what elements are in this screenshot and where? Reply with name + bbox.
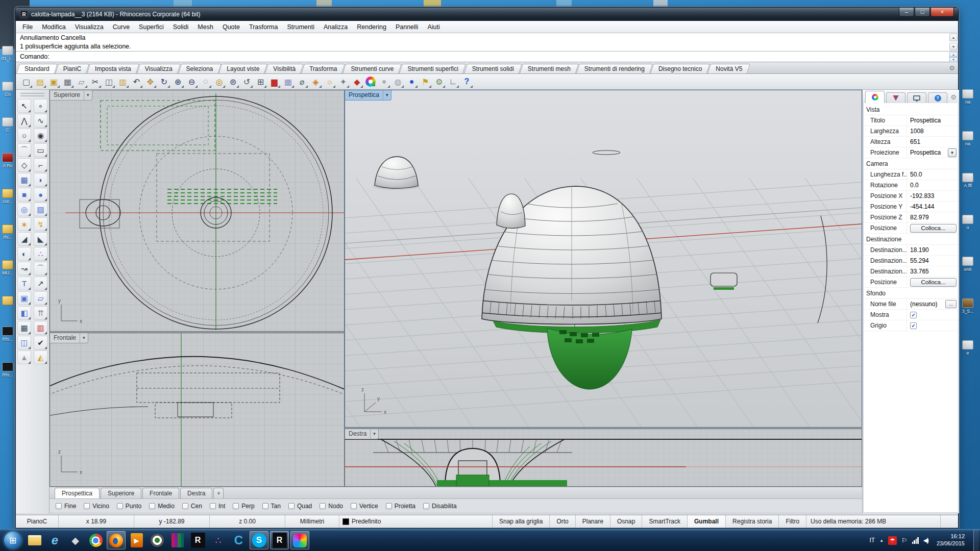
text-tool-icon[interactable]: T (17, 277, 31, 290)
split-tool-icon[interactable]: ◣ (34, 232, 47, 246)
title-bar[interactable]: R calotta-lampada__3 (2164 KB) - Rhinoce… (16, 8, 958, 21)
property-value[interactable]: 0.0 (910, 182, 957, 189)
z-coord-field[interactable]: z 0.00 (210, 515, 285, 528)
menu-rendering[interactable]: Rendering (352, 22, 391, 32)
checkbox-checked-icon[interactable]: ✔ (910, 312, 917, 318)
tab-strumenti-mesh[interactable]: Strumenti mesh (521, 64, 577, 73)
new-file-icon[interactable]: ▢ (20, 76, 33, 88)
palette-grip[interactable] (20, 93, 44, 96)
osnap-option[interactable]: Cen (182, 503, 202, 510)
toggle-registra-storia[interactable]: Registra storia (726, 515, 779, 528)
add-viewport-tab-button[interactable]: + (213, 488, 224, 498)
checkbox-icon[interactable] (233, 503, 239, 509)
menu-analizza[interactable]: Analizza (319, 22, 352, 32)
clock[interactable]: 16:12 23/06/2015 (933, 533, 969, 547)
undo-view-icon[interactable]: ↺ (240, 76, 253, 88)
tab-disegno-tecnico[interactable]: Disegno tecnico (652, 64, 708, 73)
osnap-option[interactable]: Vertice (351, 503, 378, 510)
boolean-union-icon[interactable]: ◐ (17, 247, 31, 261)
rhino-taskbar-icon[interactable]: R (188, 531, 207, 549)
zoom-selected-icon[interactable]: ◎ (213, 76, 226, 88)
lamp-tool-icon[interactable]: ◭ (34, 350, 47, 364)
desktop-icon[interactable]: na (955, 131, 980, 146)
desktop-icon[interactable]: A.fff (955, 173, 980, 188)
molecule-app-icon[interactable]: ∴ (209, 531, 228, 549)
property-value[interactable]: 18.190 (910, 246, 957, 254)
polyline-tool-icon[interactable]: ⋀ (17, 114, 31, 128)
checkbox-icon[interactable] (117, 503, 123, 509)
menu-quote[interactable]: Quote (218, 22, 244, 32)
tab-seleziona[interactable]: Seleziona (180, 64, 220, 73)
pan-hand-icon[interactable]: ✥ (144, 76, 157, 88)
eye-app-icon[interactable] (148, 531, 166, 549)
desktop-icon[interactable]: o (955, 215, 980, 230)
toggle-osnap[interactable]: Osnap (610, 515, 642, 528)
osnap-option[interactable]: Quad (288, 503, 312, 510)
extrude-tool-icon[interactable]: ⇈ (34, 306, 47, 320)
menu-solidi[interactable]: Solidi (168, 22, 193, 32)
close-button[interactable]: × (930, 8, 954, 17)
checkbox-icon[interactable] (320, 503, 326, 509)
viewport-label-prospettica[interactable]: Prospettica ▾ (345, 90, 391, 101)
avira-tray-icon[interactable]: ☂ (888, 536, 897, 545)
checkbox-icon[interactable] (386, 503, 392, 509)
tab-strumenti-rendering[interactable]: Strumenti di rendering (578, 64, 651, 73)
tab-screen[interactable] (907, 92, 926, 103)
cube-app-icon[interactable]: ◆ (66, 531, 85, 549)
checkbox-icon[interactable] (210, 503, 216, 509)
property-value[interactable]: Prospettica (910, 117, 957, 124)
property-value[interactable]: 651 (910, 138, 957, 145)
arc-tool-icon[interactable]: ⌒ (17, 143, 31, 157)
action-center-flag-icon[interactable]: ⚐ (901, 537, 908, 544)
checkbox-checked-icon[interactable]: ✔ (910, 322, 917, 329)
menu-pannelli[interactable]: Pannelli (391, 22, 423, 32)
lock-objects-icon[interactable]: ✦ (337, 76, 350, 88)
viewport-layout-icon[interactable]: ⊞ (254, 76, 267, 88)
desktop-icon[interactable]: Co (0, 82, 15, 97)
menu-trasforma[interactable]: Trasforma (244, 22, 283, 32)
tab-visualizza[interactable]: Visualizza (138, 64, 179, 73)
desktop-icon[interactable] (0, 296, 15, 306)
osnap-option[interactable]: Proietta (386, 503, 415, 510)
osnap-option[interactable]: Tan (262, 503, 281, 510)
osnap-option[interactable]: Punto (117, 503, 141, 510)
command-input[interactable]: Comando: ▲ ▼ (16, 52, 958, 62)
toggle-planare[interactable]: Planare (576, 515, 610, 528)
copy-icon[interactable]: ◫ (103, 76, 115, 88)
property-value[interactable]: 82.979 (910, 214, 957, 221)
rotate-view-icon[interactable]: ↻ (158, 76, 170, 88)
help-icon[interactable]: ? (460, 76, 473, 88)
property-value[interactable]: -192.833 (910, 192, 957, 199)
blocks-tool-icon[interactable]: ▣ (17, 291, 31, 305)
print-icon[interactable]: ▦ (61, 76, 74, 88)
start-button[interactable]: ⊞ (2, 531, 23, 549)
menu-file[interactable]: File (18, 22, 37, 32)
ghosted-sphere-icon[interactable]: ● (378, 76, 390, 88)
viewport-prospettica[interactable]: z y x Prospettica ▾ (345, 90, 862, 428)
zoom-window-icon[interactable]: ◌ (199, 76, 212, 88)
skype-icon[interactable]: S (250, 531, 268, 549)
desktop-icon[interactable]: na (955, 89, 980, 105)
trim-tool-icon[interactable]: ◢ (17, 232, 31, 246)
command-scrollbar[interactable]: ▲ ▼ (949, 34, 958, 51)
open-file-icon[interactable]: ▤ (34, 76, 46, 88)
check-tool-icon[interactable]: ✔ (34, 336, 47, 349)
edit-page-icon[interactable]: ▱ (75, 76, 88, 88)
surface-curved-icon[interactable]: ◗ (34, 173, 47, 187)
osnap-option[interactable]: Int (210, 503, 225, 510)
adjust-curve-icon[interactable]: ↝ (17, 262, 31, 276)
command-history[interactable]: Annullamento Cancella 1 polisuperficie a… (16, 33, 958, 52)
point-tool-icon[interactable]: ∘ (34, 99, 47, 113)
explode-tool-icon[interactable]: ∗ (17, 217, 31, 231)
zoom-extents-icon[interactable]: ⊚ (227, 76, 239, 88)
tab-trasforma[interactable]: Trasforma (303, 64, 344, 73)
scroll-up-icon[interactable]: ▲ (949, 34, 958, 41)
media-player-icon[interactable]: ▶ (127, 531, 146, 549)
show-desktop-button[interactable] (973, 530, 979, 551)
checkbox-icon[interactable] (84, 503, 90, 509)
chevron-down-icon[interactable]: ▾ (383, 90, 391, 100)
rectangle-tool-icon[interactable]: ▭ (34, 143, 47, 157)
tab-novita-v5[interactable]: Novità V5 (709, 64, 749, 73)
colloca-button[interactable]: Colloca... (910, 278, 957, 287)
tab-visibilita[interactable]: Visibilità (266, 64, 302, 73)
